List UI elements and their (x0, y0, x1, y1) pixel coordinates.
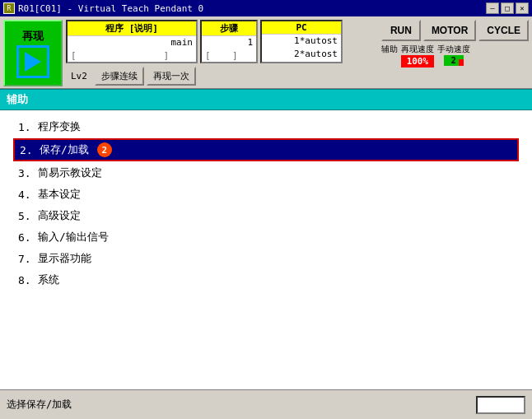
menu-number-8: 8. (18, 274, 35, 286)
title-bar-title: R R01[C01] - Virtual Teach Pendant 0 (3, 2, 203, 14)
menu-item-8[interactable]: 8. 系统 (13, 270, 519, 290)
toolbar: 再现 程序 [说明] main [ ] (0, 16, 532, 89)
status-bar: 选择保存/加载 (0, 389, 532, 419)
menu-item-5[interactable]: 5. 高级设定 (13, 206, 519, 226)
manual-speed-bar (459, 59, 464, 66)
pc-value2: 2*autost (262, 48, 341, 61)
program-header: 程序 [说明] (68, 21, 196, 36)
main-content: 再现 程序 [说明] main [ ] (0, 16, 532, 419)
pc-panel: PC 1*autost 2*autost (260, 20, 343, 63)
program-panel: 程序 [说明] main [ ] (66, 20, 198, 63)
manual-speed-group: 手动速度 2 (437, 44, 470, 66)
menu-number-7: 7. (18, 253, 35, 265)
menu-label-3: 简易示教设定 (38, 165, 102, 180)
replay-once-button[interactable]: 再现一次 (147, 67, 196, 86)
selected-badge: 2 (97, 142, 112, 157)
center-panels: 程序 [说明] main [ ] 步骤 1 [ ] PC 1*auto (66, 20, 378, 86)
close-button[interactable]: ✕ (516, 2, 529, 14)
app-icon: R (3, 2, 15, 14)
minimize-button[interactable]: — (486, 2, 499, 14)
pc-value1: 1*autost (262, 35, 341, 48)
step-value2: [ ] (202, 49, 256, 62)
menu-number-6: 6. (18, 231, 35, 244)
assist-label: 辅助 (381, 44, 398, 55)
menu-list: 1. 程序变换 2. 保存/加载 2 3. 简易示教设定 4. 基本设定 5. … (0, 110, 532, 389)
replay-speed-label: 再现速度 (401, 44, 434, 55)
menu-item-7[interactable]: 7. 显示器功能 (13, 249, 519, 268)
manual-speed-value: 2 (444, 55, 464, 66)
title-bar-controls: — □ ✕ (486, 2, 529, 14)
right-controls: RUN MOTOR CYCLE 辅助 再现速度 100% 手动速度 2 (381, 20, 529, 86)
step-panel: 步骤 1 [ ] (200, 20, 258, 63)
menu-label-7: 显示器功能 (38, 251, 91, 266)
assist-speed-group: 辅助 (381, 44, 398, 55)
menu-label-8: 系统 (38, 272, 59, 287)
replay-arrow-icon (25, 52, 41, 72)
menu-item-1[interactable]: 1. 程序变换 (13, 117, 519, 137)
menu-label-4: 基本设定 (38, 187, 81, 202)
title-bar: R R01[C01] - Virtual Teach Pendant 0 — □… (0, 0, 532, 16)
speed-section: 辅助 再现速度 100% 手动速度 2 (381, 44, 529, 68)
replay-icon (16, 45, 49, 78)
menu-label-5: 高级设定 (38, 208, 81, 223)
step-header: 步骤 (202, 21, 256, 36)
bottom-toolbar-row: Lv2 步骤连续 再现一次 (66, 67, 378, 86)
replay-button[interactable]: 再现 (3, 20, 63, 86)
program-value2: [ ] (68, 49, 196, 62)
menu-item-4[interactable]: 4. 基本设定 (13, 184, 519, 204)
replay-speed-value: 100% (401, 55, 434, 68)
replay-label: 再现 (22, 29, 44, 44)
step-value: 1 (202, 36, 256, 49)
menu-number-4: 4. (18, 189, 35, 201)
lv2-label: Lv2 (66, 69, 92, 83)
top-panel-row: 程序 [说明] main [ ] 步骤 1 [ ] PC 1*auto (66, 20, 378, 63)
motor-button[interactable]: MOTOR (423, 20, 476, 41)
menu-number-3: 3. (18, 167, 35, 179)
menu-label-1: 程序变换 (38, 119, 81, 134)
status-input[interactable] (476, 396, 525, 414)
menu-number-2: 2. (20, 144, 36, 156)
top-btn-row: RUN MOTOR CYCLE (381, 20, 529, 41)
menu-label-2: 保存/加载 (40, 142, 89, 157)
replay-speed-group: 再现速度 100% (401, 44, 434, 68)
menu-item-2[interactable]: 2. 保存/加载 2 (13, 138, 519, 161)
pc-header: PC (262, 21, 341, 35)
cycle-button[interactable]: CYCLE (478, 20, 529, 41)
menu-item-6[interactable]: 6. 输入/输出信号 (13, 227, 519, 247)
menu-label-6: 输入/输出信号 (38, 230, 109, 244)
status-text: 选择保存/加载 (7, 398, 72, 412)
program-value: main (68, 36, 196, 49)
manual-speed-label: 手动速度 (437, 44, 470, 55)
menu-number-5: 5. (18, 210, 35, 222)
window-title: R01[C01] - Virtual Teach Pendant 0 (18, 3, 203, 14)
step-cont-button[interactable]: 步骤连续 (95, 67, 144, 86)
menu-number-1: 1. (18, 121, 35, 133)
section-header: 辅助 (0, 89, 532, 110)
maximize-button[interactable]: □ (501, 2, 514, 14)
run-button[interactable]: RUN (381, 20, 421, 41)
menu-item-3[interactable]: 3. 简易示教设定 (13, 163, 519, 183)
